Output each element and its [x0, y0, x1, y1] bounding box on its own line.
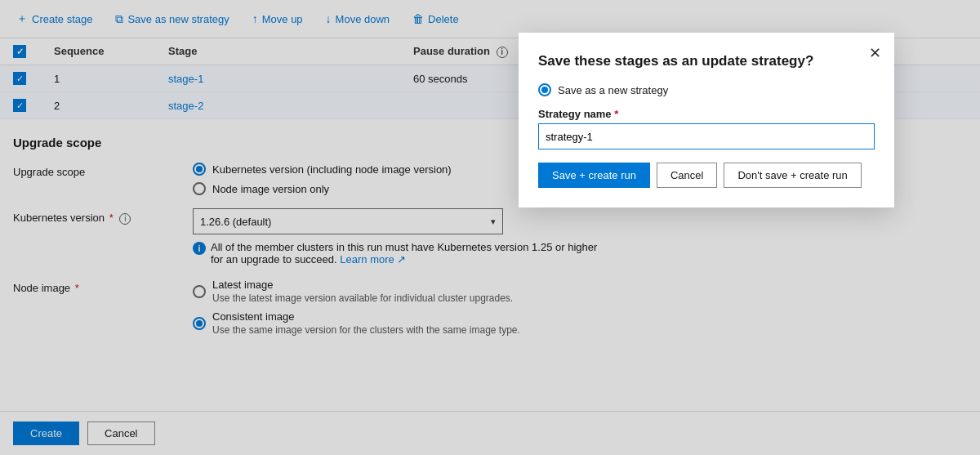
- strategy-name-input[interactable]: [538, 123, 875, 149]
- modal-buttons: Save + create run Cancel Don't save + cr…: [538, 163, 875, 188]
- save-as-new-strategy-radio[interactable]: [538, 83, 551, 96]
- save-create-run-button[interactable]: Save + create run: [538, 163, 650, 188]
- modal-cancel-button[interactable]: Cancel: [657, 163, 717, 188]
- dont-save-button[interactable]: Don't save + create run: [724, 163, 861, 188]
- save-strategy-modal: Save these stages as an update strategy?…: [519, 33, 894, 207]
- modal-close-button[interactable]: ✕: [869, 46, 881, 60]
- save-as-new-strategy-modal-label: Save as a new strategy: [558, 84, 668, 96]
- strategy-name-label: Strategy name *: [538, 108, 875, 120]
- modal-overlay: Save these stages as an update strategy?…: [0, 0, 980, 455]
- save-as-new-strategy-row: Save as a new strategy: [538, 83, 875, 96]
- strategy-name-required: *: [614, 108, 618, 120]
- modal-title: Save these stages as an update strategy?: [538, 52, 875, 70]
